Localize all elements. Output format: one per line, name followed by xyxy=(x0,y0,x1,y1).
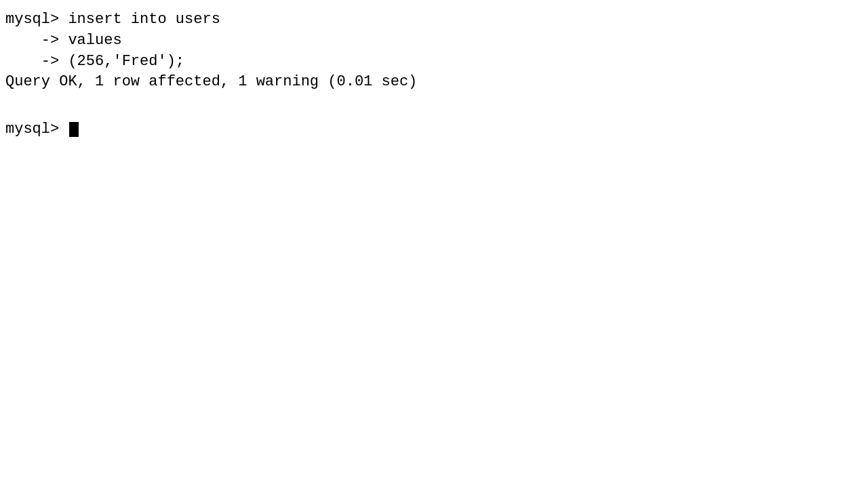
prompt-text: mysql> xyxy=(5,119,68,140)
terminal-window[interactable]: mysql> insert into users -> values -> (2… xyxy=(3,5,865,483)
result-line: Query OK, 1 row affected, 1 warning (0.0… xyxy=(5,72,863,93)
command-line-2: -> values xyxy=(5,30,863,52)
empty-line xyxy=(5,98,863,119)
command-line-1: mysql> insert into users xyxy=(5,9,863,30)
command-line-3: -> (256,'Fred'); xyxy=(5,52,863,73)
active-prompt-line[interactable]: mysql> xyxy=(5,119,863,140)
terminal-cursor xyxy=(69,122,79,137)
